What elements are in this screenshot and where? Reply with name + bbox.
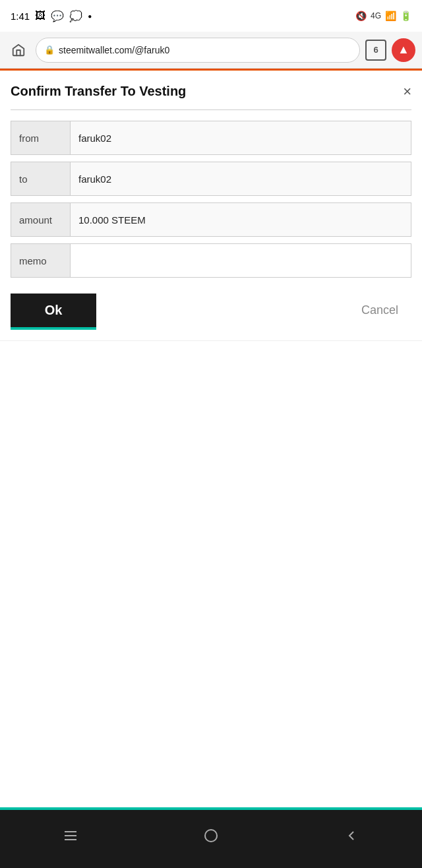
to-value: faruk02 — [71, 162, 411, 195]
network-icon: 4G — [371, 11, 381, 20]
divider — [11, 109, 411, 110]
nav-home-icon[interactable] — [191, 822, 231, 849]
memo-field-row: memo — [11, 243, 411, 278]
ok-button[interactable]: Ok — [11, 294, 96, 327]
amount-value: 10.000 STEEM — [71, 203, 411, 236]
arrow-up-icon: ▲ — [398, 43, 409, 57]
signal-icon: 📶 — [385, 11, 396, 21]
button-row: Ok Cancel — [11, 294, 411, 327]
from-value: faruk02 — [71, 121, 411, 154]
page-content — [0, 341, 422, 737]
status-bar: 1:41 🖼 💬 💭 ● 🔇 4G 📶 🔋 — [0, 0, 422, 32]
memo-value[interactable] — [71, 244, 411, 277]
url-text: steemitwallet.com/@faruk0 — [59, 45, 351, 55]
battery-icon: 🔋 — [400, 11, 411, 21]
amount-label: amount — [11, 203, 71, 236]
tab-count[interactable]: 6 — [365, 40, 386, 61]
to-field-row: to faruk02 — [11, 162, 411, 196]
cancel-button[interactable]: Cancel — [348, 294, 411, 326]
lock-icon: 🔒 — [44, 45, 55, 55]
dot-icon: ● — [88, 13, 92, 20]
nav-bar — [0, 810, 422, 868]
dialog-title: Confirm Transfer To Vesting — [11, 84, 186, 99]
to-label: to — [11, 162, 71, 195]
svg-point-3 — [205, 830, 217, 842]
browser-bar: 🔒 steemitwallet.com/@faruk0 6 ▲ — [0, 32, 422, 69]
from-label: from — [11, 121, 71, 154]
memo-label: memo — [11, 244, 71, 277]
dialog-container: Confirm Transfer To Vesting × from faruk… — [0, 71, 422, 341]
mute-icon: 🔇 — [355, 11, 367, 21]
home-button[interactable] — [7, 38, 30, 62]
chat-icon: 💭 — [69, 10, 82, 22]
url-bar[interactable]: 🔒 steemitwallet.com/@faruk0 — [36, 38, 360, 63]
status-icons: 🔇 4G 📶 🔋 — [355, 11, 411, 21]
messenger-icon: 💬 — [51, 10, 64, 22]
nav-menu-icon[interactable] — [51, 822, 90, 849]
image-icon: 🖼 — [35, 10, 45, 22]
amount-field-row: amount 10.000 STEEM — [11, 202, 411, 237]
menu-button[interactable]: ▲ — [392, 38, 415, 62]
nav-back-icon[interactable] — [332, 822, 371, 849]
from-field-row: from faruk02 — [11, 121, 411, 155]
close-button[interactable]: × — [403, 84, 411, 99]
time: 1:41 — [11, 11, 30, 22]
dialog-header: Confirm Transfer To Vesting × — [11, 84, 411, 99]
